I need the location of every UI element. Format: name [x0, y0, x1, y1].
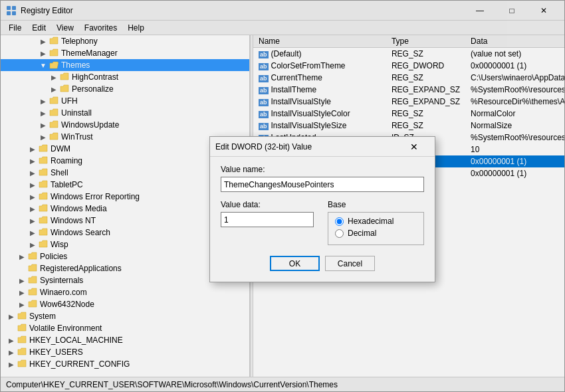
value-data-row: Value data: Base Hexadecimal [221, 200, 424, 245]
value-data-label: Value data: [221, 200, 317, 209]
dialog-buttons: OK Cancel [221, 256, 424, 271]
dialog-title: Edit DWORD (32-bit) Value [215, 142, 399, 151]
cancel-button[interactable]: Cancel [325, 256, 375, 271]
ok-button[interactable]: OK [270, 256, 320, 271]
value-input-wrapper [221, 212, 317, 227]
radio-decimal[interactable]: Decimal [335, 229, 417, 238]
hex-radio[interactable] [335, 217, 344, 226]
value-data-col: Value data: [221, 200, 317, 245]
base-radio-group: Hexadecimal Decimal [328, 212, 424, 245]
value-name-input[interactable] [221, 177, 424, 192]
dec-radio[interactable] [335, 229, 344, 238]
radio-hexadecimal[interactable]: Hexadecimal [335, 217, 417, 226]
dialog-close-button[interactable]: ✕ [399, 137, 429, 157]
dialog-title-bar: Edit DWORD (32-bit) Value ✕ [210, 137, 435, 157]
edit-dword-dialog: Edit DWORD (32-bit) Value ✕ Value name: … [209, 136, 435, 282]
value-data-input[interactable] [221, 212, 314, 227]
hex-label: Hexadecimal [348, 217, 394, 226]
dec-label: Decimal [348, 229, 376, 238]
value-name-label: Value name: [221, 165, 424, 174]
base-col: Base Hexadecimal Decimal [328, 200, 424, 245]
base-label: Base [328, 200, 424, 209]
dialog-overlay: Edit DWORD (32-bit) Value ✕ Value name: … [0, 0, 565, 392]
dialog-body: Value name: Value data: Base Hexadecimal [210, 157, 435, 282]
